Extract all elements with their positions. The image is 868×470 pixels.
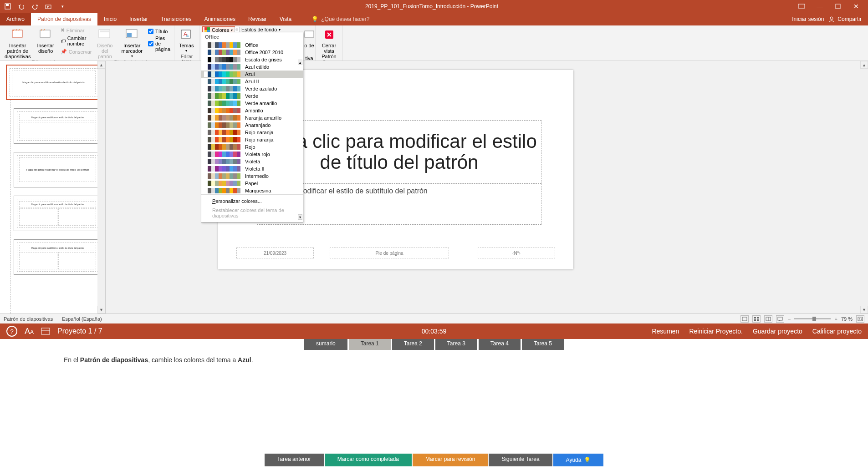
color-theme-violeta[interactable]: Violeta [201,158,303,165]
layout-thumbnail-2[interactable]: Haga clic para modificar el estilo de tí… [14,152,102,187]
tab-insert[interactable]: Insertar [123,13,154,25]
close-icon[interactable]: ✕ [852,2,861,11]
thumbnail-panel: Haga clic para modificar el estilo de tí… [0,61,106,313]
tab-home[interactable]: Inicio [97,13,123,25]
color-theme-naranja-amarillo[interactable]: Naranja amarillo [201,114,303,121]
footer-placeholder[interactable]: Pie de página [330,248,449,258]
task-tab-1[interactable]: Tarea 1 [349,339,391,350]
tab-review[interactable]: Revisar [242,13,273,25]
canvas-vscrollbar[interactable]: ▲ ▼ [860,61,868,313]
scroll-up-icon[interactable]: ▲ [97,61,105,69]
color-theme-rojo[interactable]: Rojo [201,143,303,151]
task-tab-0[interactable]: sumario [304,339,347,350]
normal-view-icon[interactable] [740,315,749,323]
sorter-view-icon[interactable] [752,315,761,323]
reading-view-icon[interactable] [764,315,772,323]
slidenumber-placeholder[interactable]: ‹N°› [478,248,555,258]
master-thumbnail[interactable]: Haga clic para modificar el estilo de tí… [6,65,102,100]
scroll-down-icon[interactable]: ▼ [97,306,105,313]
zoom-in[interactable]: + [834,316,837,322]
close-master-button[interactable]: Cerrar vista Patrón [318,26,340,60]
redo-icon[interactable] [31,2,39,10]
help-button[interactable]: Ayuda💡 [553,454,604,466]
layout-thumbnail-4[interactable]: Haga clic para modificar el estilo de tí… [14,239,102,275]
color-theme-office[interactable]: Office [201,41,303,49]
tab-view[interactable]: Vista [273,13,298,25]
canvas-scroll-up[interactable]: ▲ [860,61,868,69]
mark-review-button[interactable]: Marcar para revisión [413,454,488,466]
grade-project-link[interactable]: Calificar proyecto [812,328,862,335]
task-tab-2[interactable]: Tarea 2 [392,339,434,350]
color-theme-rojo-naranja[interactable]: Rojo naranja [201,129,303,136]
color-theme-marquesina[interactable]: Marquesina [201,187,303,194]
color-theme-verde[interactable]: Verde [201,92,303,100]
color-theme-violeta-rojo[interactable]: Violeta rojo [201,151,303,158]
panel-icon[interactable] [41,328,50,335]
rename-button[interactable]: 🏷Cambiar nombre [59,35,94,47]
lightbulb-icon: 💡 [311,16,318,22]
task-tab-4[interactable]: Tarea 4 [479,339,521,350]
prev-task-button[interactable]: Tarea anterior [265,454,324,466]
insert-layout-button[interactable]: Insertar diseño [35,26,56,55]
layout-thumbnail-3[interactable]: Haga clic para modificar el estilo de tí… [14,196,102,231]
window-title: 2019_PP_101_FusionTomo_Introducción - Po… [66,3,797,10]
display-options-icon[interactable] [797,2,806,11]
zoom-out[interactable]: − [788,316,791,322]
color-theme-rojo-naranja[interactable]: Rojo naranja [201,136,303,143]
tab-transitions[interactable]: Transiciones [154,13,198,25]
minimize-icon[interactable]: — [815,2,824,11]
date-placeholder[interactable]: 21/09/2023 [236,248,314,258]
color-theme-azul-cálido[interactable]: Azul cálido [201,63,303,71]
tell-me-search[interactable]: 💡 ¿Qué desea hacer? [307,13,374,25]
tab-animations[interactable]: Animaciones [198,13,242,25]
insert-placeholder-button[interactable]: Insertar marcador▾ [120,26,144,60]
themes-button[interactable]: Aa Temas▾ [177,26,195,54]
dd-scroll-down[interactable]: ▼ [298,214,302,220]
fit-to-window-icon[interactable] [856,315,864,323]
next-task-button[interactable]: Siguiente Tarea [489,454,552,466]
color-theme-amarillo[interactable]: Amarillo [201,107,303,114]
login-link[interactable]: Iniciar sesión [792,16,824,22]
bulb-icon: 💡 [584,457,591,463]
maximize-icon[interactable] [833,2,842,11]
restart-link[interactable]: Reiniciar Proyecto. [689,328,743,335]
qat-customize-icon[interactable]: ▾ [58,2,66,10]
customize-colors[interactable]: Personalizar colores... [201,197,303,206]
start-from-beginning-icon[interactable] [45,2,53,10]
share-button[interactable]: Compartir [828,16,862,22]
color-theme-verde-azulado[interactable]: Verde azulado [201,85,303,92]
mark-complete-button[interactable]: Marcar como completada [325,454,412,466]
svg-rect-19 [305,31,314,37]
zoom-slider[interactable] [794,318,831,319]
color-theme-office-2007-2010[interactable]: Office 2007-2010 [201,49,303,56]
save-icon[interactable] [4,2,12,10]
task-tab-5[interactable]: Tarea 5 [522,339,564,350]
color-theme-anaranjado[interactable]: Anaranjado [201,121,303,129]
zoom-level[interactable]: 79 % [841,316,853,322]
svg-rect-3 [798,4,805,8]
canvas-scroll-down[interactable]: ▼ [860,306,868,313]
summary-link[interactable]: Resumen [652,328,679,335]
insert-slidemaster-button[interactable]: Insertar patrón de diapositivas [3,26,32,60]
footers-checkbox[interactable]: Pies de página [147,35,171,52]
slideshow-view-icon[interactable] [776,315,784,323]
color-theme-azul[interactable]: Azul [201,71,303,78]
font-size-icon[interactable]: AA [25,327,34,336]
color-theme-violeta-ii[interactable]: Violeta II [201,165,303,172]
color-theme-escala-de-grises[interactable]: Escala de grises [201,56,303,63]
dd-scroll-up[interactable]: ▲ [298,60,302,65]
save-project-link[interactable]: Guardar proyecto [753,328,802,335]
tab-slidemaster[interactable]: Patrón de diapositivas [31,13,97,25]
color-theme-azul-ii[interactable]: Azul II [201,78,303,85]
color-theme-verde-amarillo[interactable]: Verde amarillo [201,100,303,107]
color-theme-papel[interactable]: Papel [201,180,303,187]
color-theme-intermedio[interactable]: Intermedio [201,172,303,180]
layout-thumbnail-1[interactable]: Haga clic para modificar el estilo de tí… [14,108,102,144]
thumbs-scrollbar[interactable]: ▲ ▼ [97,61,105,313]
tab-file[interactable]: Archivo [0,13,31,25]
title-checkbox[interactable]: Título [147,28,171,35]
undo-icon[interactable] [17,2,26,10]
status-language[interactable]: Español (España) [62,316,102,322]
help-icon[interactable]: ? [6,326,17,337]
task-tab-3[interactable]: Tarea 3 [435,339,477,350]
